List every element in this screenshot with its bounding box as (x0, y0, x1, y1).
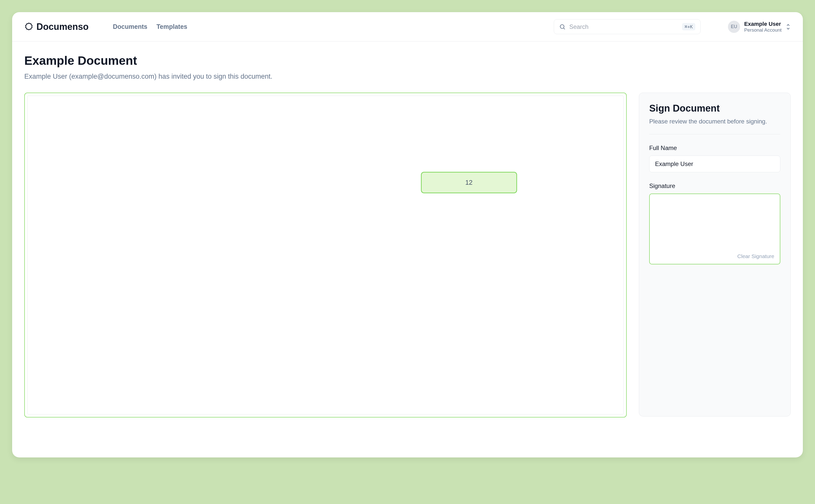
content-row: 12 Sign Document Please review the docum… (24, 93, 791, 417)
nav-templates[interactable]: Templates (156, 23, 187, 30)
page-title: Example Document (24, 54, 791, 68)
page-subtitle: Example User (example@documenso.com) has… (24, 73, 791, 80)
logo-icon (24, 22, 33, 31)
search-icon (559, 24, 566, 30)
search-box[interactable]: ⌘+K (554, 19, 701, 34)
account-sub: Personal Account (744, 27, 782, 33)
search-shortcut: ⌘+K (682, 23, 696, 30)
full-name-label: Full Name (649, 144, 780, 152)
brand-name: Documenso (36, 22, 89, 32)
svg-line-1 (564, 28, 565, 29)
app-window: Documenso Documents Templates ⌘+K EU Exa… (12, 12, 803, 457)
logo[interactable]: Documenso (24, 22, 89, 32)
avatar: EU (728, 21, 740, 33)
sign-panel: Sign Document Please review the document… (639, 93, 791, 416)
document-page: 12 (27, 96, 624, 414)
document-viewer[interactable]: 12 (24, 93, 627, 417)
number-field[interactable]: 12 (421, 172, 517, 193)
account-name: Example User (744, 21, 782, 27)
clear-signature-button[interactable]: Clear Signature (737, 253, 774, 259)
full-name-input[interactable] (649, 156, 780, 172)
panel-subtitle: Please review the document before signin… (649, 118, 780, 134)
panel-title: Sign Document (649, 103, 780, 114)
signature-label: Signature (649, 182, 780, 190)
signature-pad[interactable]: Clear Signature (649, 194, 780, 264)
account-menu[interactable]: EU Example User Personal Account (728, 21, 791, 33)
header: Documenso Documents Templates ⌘+K EU Exa… (12, 12, 803, 41)
search-input[interactable] (569, 23, 678, 30)
svg-point-0 (560, 25, 564, 28)
main-content: Example Document Example User (example@d… (12, 41, 803, 417)
chevron-up-down-icon (786, 23, 791, 30)
main-nav: Documents Templates (113, 23, 187, 30)
account-info: Example User Personal Account (744, 21, 782, 33)
nav-documents[interactable]: Documents (113, 23, 147, 30)
